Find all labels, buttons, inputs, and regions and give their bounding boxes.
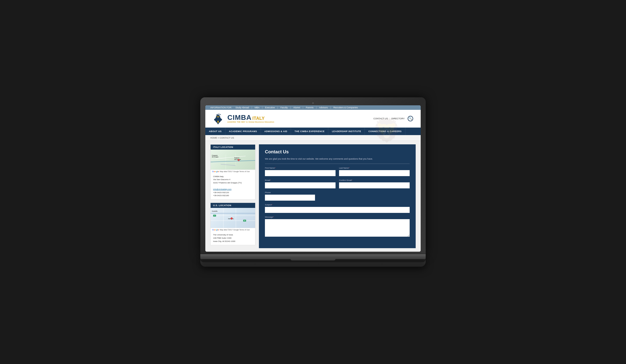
confirm-email-field: Confirm Email* <box>339 179 410 188</box>
phone-label: Phone <box>265 191 315 194</box>
nav-about-us[interactable]: ABOUT US <box>205 128 225 135</box>
form-row-email: Email* Confirm Email* <box>265 179 410 188</box>
italy-location-info: CIMBA Italy Via San Giacomo 4 31017 Pade… <box>211 173 255 200</box>
svg-rect-4 <box>217 121 219 123</box>
logo-italy-text: ITALY <box>252 116 265 121</box>
italy-email-link[interactable]: info@cimbaitaly.com <box>213 188 231 190</box>
message-label: Message* <box>265 216 410 218</box>
info-link-advisors[interactable]: Advisors <box>319 106 328 109</box>
nav-admissions-aid[interactable]: ADMISSIONS & AID <box>261 128 291 135</box>
header-right: CONTACT US | DIRECTORY 🔍 <box>373 116 413 121</box>
breadcrumb-current: CONTACT US <box>220 137 234 139</box>
logo-text: CIMBA ITALY LEADING THE WAY in Global Bu… <box>227 114 274 123</box>
email-field: Email* <box>265 179 336 188</box>
email-input[interactable] <box>265 182 336 188</box>
phone-input[interactable] <box>265 195 315 201</box>
nav-academic-programs[interactable]: ACADEMIC PROGRAMS <box>225 128 261 135</box>
form-row-phone: Phone <box>265 191 410 201</box>
confirm-email-label: Confirm Email* <box>339 179 410 181</box>
logo-tagline: LEADING THE WAY in Global Business Educa… <box>227 121 274 123</box>
info-link-parents[interactable]: Parents <box>306 106 314 109</box>
italy-map[interactable]: Crespanodel Grappa Padernodel Grappa <box>211 150 255 170</box>
italy-location-box: ITALY LOCATION Crespanodel Grappa <box>210 144 255 200</box>
main-nav: ABOUT US ACADEMIC PROGRAMS ADMISSIONS & … <box>205 128 421 135</box>
info-link-study-abroad[interactable]: Study Abroad <box>235 106 249 109</box>
form-row-subject: Subject* <box>265 204 410 213</box>
us-location-box: U.S. LOCATION Coralville Iowa City <box>210 203 255 245</box>
logo-lion-icon <box>213 112 225 125</box>
last-name-field: Last Name* <box>339 167 410 176</box>
info-link-alumni[interactable]: Alumni <box>293 106 300 109</box>
breadcrumb-home[interactable]: HOME <box>210 137 217 139</box>
first-name-input[interactable] <box>265 170 336 176</box>
svg-point-5 <box>217 116 219 118</box>
nav-cimba-experience[interactable]: THE CIMBA EXPERIENCE <box>291 128 328 135</box>
nav-connections-careers[interactable]: CONNECTIONS & CAREERS <box>365 128 405 135</box>
form-title: Contact Us <box>265 149 410 155</box>
phone-field: Phone <box>265 191 315 201</box>
sidebar: ITALY LOCATION Crespanodel Grappa <box>210 144 255 248</box>
us-map-google-bar: Google Map data ©2017 Google Terms of Us… <box>211 228 255 231</box>
message-textarea[interactable] <box>265 219 410 237</box>
italy-location-header: ITALY LOCATION <box>211 145 255 150</box>
contact-form-area: Contact Us We are glad you took the time… <box>259 144 416 248</box>
form-row-name: First Name* Last Name* <box>265 167 410 176</box>
site-header: CIMBA ITALY LEADING THE WAY in Global Bu… <box>205 110 421 128</box>
subject-field: Subject* <box>265 204 410 213</box>
email-label: Email* <box>265 179 336 181</box>
search-icon[interactable]: 🔍 <box>408 116 413 121</box>
info-link-recruiters[interactable]: Recruiters & Companies <box>333 106 358 109</box>
last-name-label: Last Name* <box>339 167 410 169</box>
first-name-label: First Name* <box>265 167 336 169</box>
form-description: We are glad you took the time to visit o… <box>265 157 410 164</box>
info-link-mba[interactable]: MBA <box>255 106 260 109</box>
first-name-field: First Name* <box>265 167 336 176</box>
info-link-executive[interactable]: Executive <box>265 106 275 109</box>
header-links: CONTACT US | DIRECTORY <box>373 117 405 120</box>
italy-map-google-bar: Google Map data ©2017 Google Terms of Us… <box>211 170 255 173</box>
contact-us-link[interactable]: CONTACT US <box>373 117 388 120</box>
breadcrumb: HOME » CONTACT US <box>205 135 421 141</box>
form-row-message: Message* <box>265 216 410 237</box>
logo-area[interactable]: CIMBA ITALY LEADING THE WAY in Global Bu… <box>213 112 274 125</box>
us-location-info: The University of Iowa 108 PBB Suite C30… <box>211 231 255 245</box>
main-content: ITALY LOCATION Crespanodel Grappa <box>205 141 421 252</box>
confirm-email-input[interactable] <box>339 182 410 188</box>
info-link-faculty[interactable]: Faculty <box>280 106 288 109</box>
last-name-input[interactable] <box>339 170 410 176</box>
italy-phone1: +39-0423-932120 <box>213 191 253 194</box>
subject-label: Subject* <box>265 204 410 206</box>
info-bar-label: INFORMATION FOR: <box>210 106 232 109</box>
logo-cimba-text: CIMBA <box>227 114 252 121</box>
message-field: Message* <box>265 216 410 237</box>
info-bar: INFORMATION FOR: Study Abroad | MBA | Ex… <box>205 105 421 110</box>
laptop-base <box>200 254 426 259</box>
us-map[interactable]: Coralville Iowa City I 6 <box>211 208 255 228</box>
us-location-header: U.S. LOCATION <box>211 203 255 208</box>
italy-phone2: +39-0423-932160 <box>213 194 253 197</box>
directory-link[interactable]: DIRECTORY <box>391 117 405 120</box>
nav-leadership-institute[interactable]: LEADERSHIP INSTITUTE <box>328 128 365 135</box>
us-map-note: Map data ©2017 Google Terms of Use <box>220 229 250 231</box>
italy-map-note: Map data ©2017 Google Terms of Use <box>220 171 250 172</box>
subject-input[interactable] <box>265 207 410 213</box>
